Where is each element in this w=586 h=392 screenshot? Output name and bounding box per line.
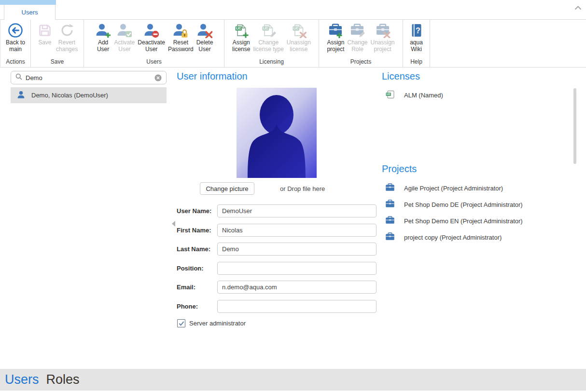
deactivate-user-button[interactable]: Deactivate User	[136, 21, 167, 54]
ribbon-group-projects: Assign project Change Role	[319, 20, 403, 67]
email-field[interactable]	[217, 281, 377, 294]
project-item[interactable]: Agile Project (Project Administrator)	[385, 183, 503, 193]
position-field[interactable]	[217, 262, 377, 275]
button-label: Change Role	[347, 39, 367, 53]
field-label: Position:	[177, 265, 217, 272]
form-row-phone: Phone:	[177, 300, 377, 313]
user-name-field[interactable]	[217, 204, 377, 217]
briefcase-icon	[385, 216, 395, 226]
user-management-window: Users Back to main Actions	[0, 0, 586, 392]
button-label: Add User	[97, 39, 109, 53]
last-name-field[interactable]	[217, 243, 377, 256]
license-edit-icon: LIC	[260, 22, 277, 39]
footer-module-bar: Users Roles	[0, 369, 586, 391]
clear-search-icon[interactable]	[154, 74, 162, 81]
add-user-button[interactable]: Add User	[94, 21, 113, 54]
button-label: Delete User	[196, 39, 213, 53]
assign-project-button[interactable]: Assign project	[325, 21, 346, 54]
activate-user-button[interactable]: Activate User	[113, 21, 137, 54]
field-label: Phone:	[177, 303, 217, 310]
user-information-title: User information	[177, 71, 248, 82]
svg-text:?: ?	[416, 27, 420, 35]
field-label: Email:	[177, 284, 217, 291]
license-item-label: ALM (Named)	[404, 92, 443, 99]
unassign-license-button[interactable]: LIC Unassign license	[285, 21, 312, 54]
form-row-position: Position:	[177, 262, 377, 275]
svg-text:LIC: LIC	[387, 93, 391, 95]
unassign-project-button[interactable]: Unassign project	[369, 21, 396, 54]
form-row-last-name: Last Name:	[177, 243, 377, 256]
phone-field[interactable]	[217, 300, 377, 313]
wiki-book-icon: ?	[408, 22, 425, 39]
revert-changes-button[interactable]: Revert changes	[55, 21, 79, 54]
svg-text:LIC: LIC	[293, 27, 299, 30]
ribbon-group-label: Users	[84, 58, 224, 67]
project-item-label: Pet Shop Demo EN (Project Administrator)	[404, 217, 523, 225]
ribbon-group-help: ? aqua Wiki Help	[403, 20, 430, 67]
checkbox-check-icon	[179, 321, 184, 326]
ribbon-tab-label: Users	[22, 9, 38, 16]
svg-text:LIC: LIC	[263, 27, 268, 30]
licenses-title: Licenses	[382, 71, 420, 82]
back-to-main-button[interactable]: Back to main	[4, 21, 27, 54]
project-item[interactable]: Pet Shop Demo DE (Project Administrator)	[385, 200, 523, 209]
save-button[interactable]: Save	[35, 21, 55, 47]
button-label: Assign project	[327, 39, 344, 53]
drop-file-hint: or Drop file here	[280, 185, 325, 192]
project-item-label: Agile Project (Project Administrator)	[404, 185, 503, 192]
search-icon	[15, 73, 22, 82]
change-role-button[interactable]: Change Role	[346, 21, 369, 54]
footer-tab-roles[interactable]: Roles	[46, 372, 80, 387]
assign-license-button[interactable]: LIC Assign license	[231, 21, 251, 54]
ribbon-group-label: Save	[31, 58, 84, 67]
server-administrator-label: Server administrator	[189, 320, 246, 327]
briefcase-edit-icon	[349, 22, 365, 39]
user-list-item-selected[interactable]: Demo, Nicolas (DemoUser)	[11, 87, 167, 103]
project-item[interactable]: Pet Shop Demo EN (Project Administrator)	[385, 216, 523, 226]
briefcase-remove-icon	[375, 22, 391, 39]
field-label: First Name:	[177, 227, 217, 234]
ribbon-collapse-chevron-icon[interactable]	[574, 3, 582, 12]
floppy-disk-icon	[37, 22, 53, 39]
user-search-box	[11, 71, 167, 84]
license-add-icon: LIC	[233, 22, 250, 39]
button-label: Unassign license	[287, 39, 311, 53]
reset-password-button[interactable]: Reset Password	[167, 21, 195, 54]
briefcase-icon	[385, 183, 395, 193]
ribbon-group-label: Licensing	[224, 58, 319, 67]
license-item[interactable]: LIC ALM (Named)	[385, 90, 443, 100]
briefcase-icon	[385, 200, 395, 209]
field-label: Last Name:	[177, 245, 217, 253]
ribbon-group-label: Actions	[0, 58, 30, 67]
window-title-strip	[0, 0, 56, 5]
form-row-user-name: User Name:	[177, 204, 377, 217]
collapse-panel-arrow-icon[interactable]	[172, 220, 175, 229]
user-lock-icon	[172, 22, 189, 39]
server-administrator-checkbox[interactable]	[177, 319, 185, 327]
change-picture-button[interactable]: Change picture	[200, 182, 254, 195]
aqua-wiki-button[interactable]: ? aqua Wiki	[407, 21, 426, 54]
project-item[interactable]: project copy (Project Administrator)	[385, 232, 502, 242]
footer-tab-users[interactable]: Users	[5, 372, 39, 387]
user-avatar	[237, 88, 317, 178]
form-row-email: Email:	[177, 281, 377, 294]
button-label: Assign license	[232, 39, 250, 53]
delete-user-button[interactable]: Delete User	[195, 21, 215, 54]
svg-text:LIC: LIC	[236, 27, 241, 30]
button-label: Save	[38, 39, 51, 46]
license-remove-icon: LIC	[291, 22, 307, 39]
user-list-item-label: Demo, Nicolas (DemoUser)	[31, 92, 108, 99]
projects-title: Projects	[382, 163, 417, 175]
change-license-type-button[interactable]: LIC Change license type	[251, 21, 285, 54]
server-administrator-row: Server administrator	[177, 319, 246, 327]
search-input[interactable]	[26, 74, 154, 81]
ribbon-group-licensing: LIC Assign license LIC	[224, 20, 319, 67]
user-check-icon	[116, 22, 133, 39]
license-icon: LIC	[385, 90, 395, 100]
ribbon-tab-users[interactable]: Users	[4, 5, 56, 20]
ribbon-toolbar: Back to main Actions Save	[0, 19, 586, 68]
ribbon-group-users: Add User Activate User	[84, 20, 224, 67]
button-label: Change license type	[253, 39, 283, 53]
licenses-scrollbar-thumb[interactable]	[573, 88, 576, 164]
first-name-field[interactable]	[217, 224, 377, 237]
